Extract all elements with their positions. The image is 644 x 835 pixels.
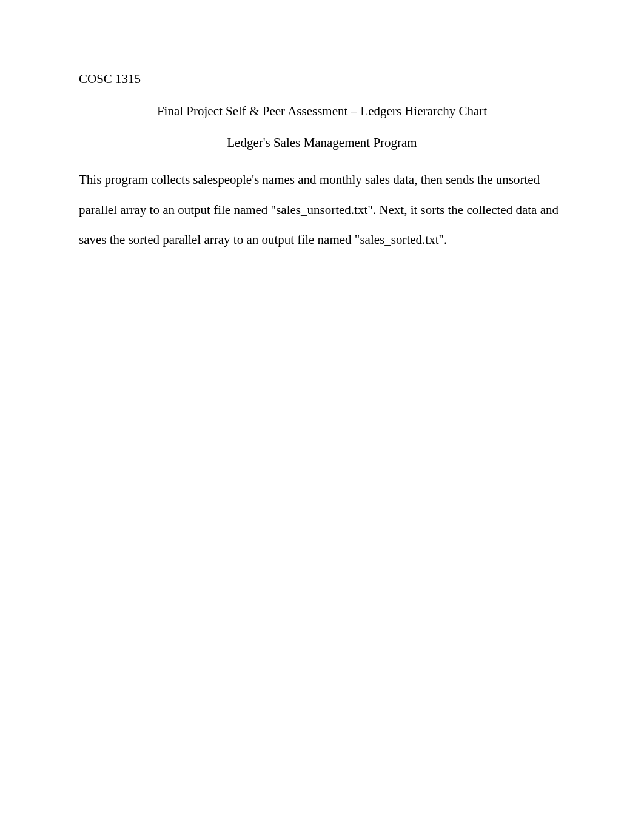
body-paragraph: This program collects salespeople's name… (79, 165, 565, 255)
document-title: Final Project Self & Peer Assessment – L… (79, 102, 565, 120)
course-code: COSC 1315 (79, 70, 565, 88)
document-subtitle: Ledger's Sales Management Program (79, 134, 565, 152)
document-page: COSC 1315 Final Project Self & Peer Asse… (0, 0, 644, 835)
